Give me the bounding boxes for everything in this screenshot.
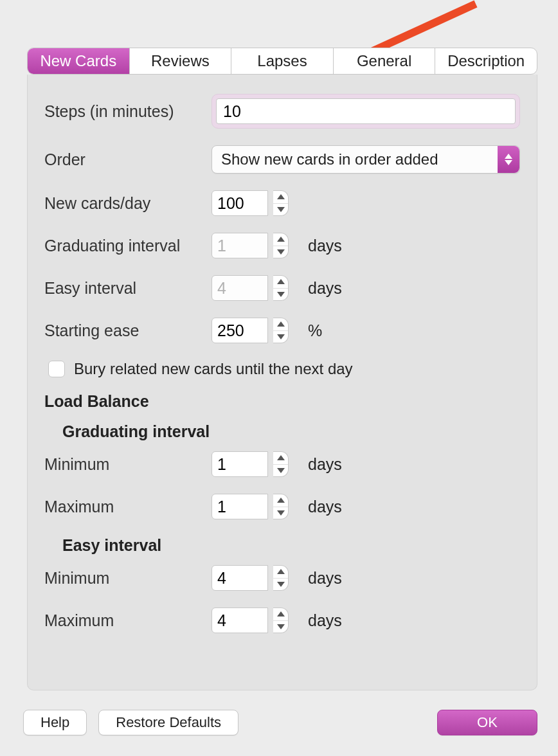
easy-interval-label: Easy interval <box>44 279 212 298</box>
footer-buttons: Help Restore Defaults OK <box>23 708 537 737</box>
easy-interval-unit: days <box>308 279 342 298</box>
load-balance-heading: Load Balance <box>44 392 520 411</box>
order-select-button[interactable] <box>498 146 519 173</box>
lb-easy-heading: Easy interval <box>62 536 520 555</box>
svg-marker-12 <box>277 455 285 460</box>
lb-easy-max-input[interactable] <box>212 608 268 633</box>
lb-easy-min-label: Minimum <box>44 569 212 588</box>
bury-label: Bury related new cards until the next da… <box>74 360 353 378</box>
bury-checkbox[interactable] <box>48 361 65 377</box>
svg-marker-11 <box>277 334 285 339</box>
grad-interval-stepper <box>273 233 289 258</box>
grad-interval-label: Graduating interval <box>44 237 212 255</box>
easy-interval-stepper <box>273 275 289 301</box>
svg-marker-6 <box>277 237 285 242</box>
lb-easy-max-stepper[interactable] <box>273 608 289 633</box>
tab-bar: New Cards Reviews Lapses General Descrip… <box>27 48 537 75</box>
new-cards-panel: Steps (in minutes) Order Show new cards … <box>27 75 537 690</box>
lb-easy-min-input[interactable] <box>212 565 268 591</box>
svg-marker-9 <box>277 292 285 297</box>
starting-ease-label: Starting ease <box>44 321 212 340</box>
deck-options-window: New Cards Reviews Lapses General Descrip… <box>0 0 558 756</box>
lb-easy-min-unit: days <box>308 569 342 588</box>
lb-easy-max-label: Maximum <box>44 611 212 630</box>
lb-grad-min-stepper[interactable] <box>273 451 289 477</box>
lb-grad-max-stepper[interactable] <box>273 494 289 519</box>
per-day-label: New cards/day <box>44 194 212 213</box>
svg-marker-4 <box>277 194 285 199</box>
svg-marker-3 <box>505 160 512 165</box>
svg-marker-18 <box>277 611 285 616</box>
starting-ease-unit: % <box>308 321 322 340</box>
order-select-value: Show new cards in order added <box>221 150 438 168</box>
restore-defaults-button[interactable]: Restore Defaults <box>98 710 239 735</box>
lb-easy-max-unit: days <box>308 611 342 630</box>
lb-grad-max-unit: days <box>308 498 342 516</box>
svg-marker-19 <box>277 624 285 629</box>
tab-lapses[interactable]: Lapses <box>231 48 334 74</box>
lb-grad-max-label: Maximum <box>44 498 212 516</box>
steps-label: Steps (in minutes) <box>44 102 212 121</box>
svg-marker-17 <box>277 582 285 587</box>
grad-interval-input <box>212 233 268 258</box>
lb-grad-min-label: Minimum <box>44 455 212 474</box>
svg-marker-8 <box>277 279 285 284</box>
order-label: Order <box>44 150 212 169</box>
per-day-input[interactable] <box>212 190 268 216</box>
ok-button[interactable]: OK <box>437 710 537 735</box>
tab-new-cards[interactable]: New Cards <box>28 48 130 74</box>
steps-focus-ring <box>212 94 520 129</box>
svg-marker-2 <box>505 154 512 159</box>
svg-marker-10 <box>277 321 285 327</box>
svg-marker-7 <box>277 249 285 255</box>
help-button[interactable]: Help <box>23 710 87 735</box>
tab-description[interactable]: Description <box>435 48 537 74</box>
tab-reviews[interactable]: Reviews <box>130 48 232 74</box>
steps-input[interactable] <box>216 98 516 124</box>
lb-grad-heading: Graduating interval <box>62 422 520 441</box>
starting-ease-input[interactable] <box>212 318 268 343</box>
lb-grad-max-input[interactable] <box>212 494 268 519</box>
svg-marker-5 <box>277 207 285 212</box>
grad-interval-unit: days <box>308 237 342 255</box>
lb-grad-min-unit: days <box>308 455 342 474</box>
easy-interval-input <box>212 275 268 301</box>
lb-grad-min-input[interactable] <box>212 451 268 477</box>
svg-marker-15 <box>277 510 285 516</box>
per-day-stepper[interactable] <box>273 190 289 216</box>
order-select[interactable]: Show new cards in order added <box>212 145 520 174</box>
starting-ease-stepper[interactable] <box>273 318 289 343</box>
lb-easy-min-stepper[interactable] <box>273 565 289 591</box>
tab-general[interactable]: General <box>334 48 436 74</box>
svg-marker-14 <box>277 498 285 503</box>
svg-marker-16 <box>277 569 285 574</box>
svg-marker-13 <box>277 468 285 473</box>
